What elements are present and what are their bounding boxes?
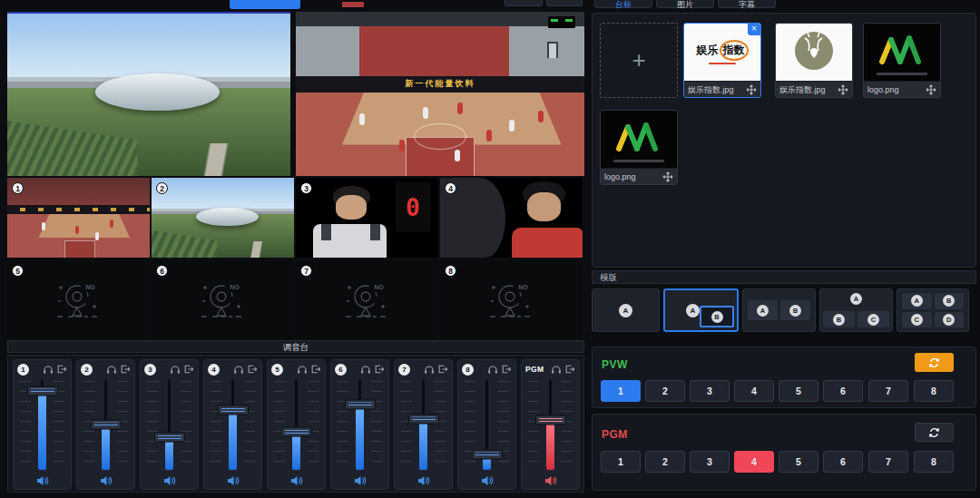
speaker-icon[interactable] [544, 475, 557, 486]
pgm-button-4[interactable]: 4 [734, 451, 774, 473]
refresh-icon [928, 357, 940, 368]
pgm-button-3[interactable]: 3 [690, 451, 730, 473]
pgm-button-1[interactable]: 1 [601, 451, 641, 473]
close-icon[interactable]: × [748, 24, 760, 35]
pvw-button-6[interactable]: 6 [823, 380, 863, 402]
speaker-icon[interactable] [290, 475, 303, 486]
pgm-button-2[interactable]: 2 [645, 451, 685, 473]
thumb-stands [7, 178, 150, 205]
topbar-button-2[interactable] [546, 0, 583, 6]
template-badge: B [943, 295, 955, 307]
speaker-icon[interactable] [481, 475, 494, 486]
pgm-button-6[interactable]: 6 [823, 451, 863, 473]
output-icon[interactable] [374, 364, 385, 375]
pgm-button-7[interactable]: 7 [868, 451, 908, 473]
source-thumb-2[interactable]: 2 [152, 178, 294, 258]
headphone-icon[interactable] [297, 364, 308, 375]
fader-handle[interactable] [408, 415, 439, 425]
source-thumb-4[interactable]: 4 [440, 178, 583, 258]
source-thumb-6[interactable]: 6 NO [152, 260, 294, 340]
thumb-key [64, 240, 96, 258]
arena-ceiling [296, 12, 584, 26]
output-icon[interactable] [501, 364, 512, 375]
media-card-4[interactable]: logo.png [600, 110, 678, 185]
move-icon[interactable] [926, 84, 936, 95]
fader-handle[interactable] [535, 415, 566, 425]
pvw-monitor[interactable] [7, 12, 290, 176]
speaker-icon[interactable] [227, 475, 240, 486]
output-icon[interactable] [183, 364, 194, 375]
output-icon[interactable] [310, 364, 321, 375]
pvw-button-7[interactable]: 7 [868, 380, 908, 402]
headphone-icon[interactable] [487, 364, 498, 375]
move-icon[interactable] [662, 171, 673, 182]
speaker-icon[interactable] [163, 475, 176, 486]
template-1-over-2[interactable]: A B C [819, 288, 893, 332]
fader-handle[interactable] [218, 405, 249, 415]
fader-handle[interactable] [281, 427, 312, 437]
headphone-icon[interactable] [360, 364, 371, 375]
media-card-2[interactable]: 娱乐指数.jpg [775, 23, 853, 98]
pgm-button-8[interactable]: 8 [914, 451, 954, 473]
fader-handle[interactable] [472, 450, 503, 460]
template-fullscreen[interactable]: A [592, 288, 660, 332]
template-split-2[interactable]: A B [742, 288, 816, 332]
mixer-panel: 1 2 3 4 [7, 355, 584, 493]
speaker-icon[interactable] [100, 475, 113, 486]
topbar-button-1[interactable] [505, 0, 543, 6]
media-card-3[interactable]: logo.png [863, 23, 941, 98]
fader-handle[interactable] [154, 433, 185, 443]
source-thumb-7[interactable]: 7 NO [296, 260, 438, 340]
speaker-icon[interactable] [417, 475, 430, 486]
player-white [509, 120, 514, 132]
headphone-icon[interactable] [43, 364, 54, 375]
template-quad[interactable]: A B C D [897, 288, 969, 332]
pvw-button-8[interactable]: 8 [914, 380, 954, 402]
move-icon[interactable] [838, 84, 848, 95]
source-thumb-3[interactable]: 3 0 [296, 178, 438, 258]
output-icon[interactable] [120, 364, 131, 375]
pvw-button-3[interactable]: 3 [690, 380, 730, 402]
output-icon[interactable] [564, 364, 575, 375]
fader-fill [419, 419, 427, 470]
pvw-refresh-button[interactable] [915, 353, 954, 372]
speaker-icon[interactable] [354, 475, 367, 486]
pvw-button-5[interactable]: 5 [779, 380, 818, 402]
pgm-monitor[interactable]: 新一代能量饮料 [296, 12, 584, 176]
channel-number-badge: 4 [208, 364, 220, 376]
templates-title: 模版 [592, 270, 976, 284]
output-icon[interactable] [247, 364, 258, 375]
move-icon[interactable] [746, 84, 757, 95]
topbar-blue-button[interactable] [230, 0, 300, 9]
pvw-button-4[interactable]: 4 [734, 380, 774, 402]
output-icon[interactable] [437, 364, 448, 375]
pvw-button-2[interactable]: 2 [645, 380, 685, 402]
output-icon[interactable] [56, 364, 67, 375]
pgm-refresh-button[interactable] [915, 423, 954, 442]
tab-subtitle[interactable]: 字幕 [718, 0, 776, 8]
media-thumb [601, 111, 677, 168]
template-pip[interactable]: A B [663, 288, 739, 332]
pip-box: B [700, 306, 734, 327]
tab-image[interactable]: 图片 [656, 0, 714, 8]
headphone-icon[interactable] [551, 364, 562, 375]
add-media-button[interactable]: + [600, 23, 678, 98]
player-red [75, 226, 79, 234]
headphone-icon[interactable] [233, 364, 244, 375]
pgm-button-5[interactable]: 5 [779, 451, 818, 473]
tab-logo[interactable]: 台标 [594, 0, 652, 8]
fader-handle[interactable] [345, 400, 376, 410]
channel-number-badge: 3 [144, 364, 156, 376]
headphone-icon[interactable] [170, 364, 181, 375]
source-thumb-8[interactable]: 8 NO [440, 260, 583, 340]
fader-handle[interactable] [91, 420, 122, 430]
pvw-button-1[interactable]: 1 [601, 380, 641, 402]
fader-handle[interactable] [27, 386, 58, 396]
headphone-icon[interactable] [106, 364, 117, 375]
template-badge: B [789, 305, 801, 317]
source-thumb-5[interactable]: 5 NO [7, 260, 150, 340]
media-card-1[interactable]: × 娱乐 指数 娱乐指数.jpg [683, 23, 761, 98]
source-thumb-1[interactable]: 1 [7, 178, 150, 258]
headphone-icon[interactable] [424, 364, 435, 375]
speaker-icon[interactable] [36, 475, 49, 486]
